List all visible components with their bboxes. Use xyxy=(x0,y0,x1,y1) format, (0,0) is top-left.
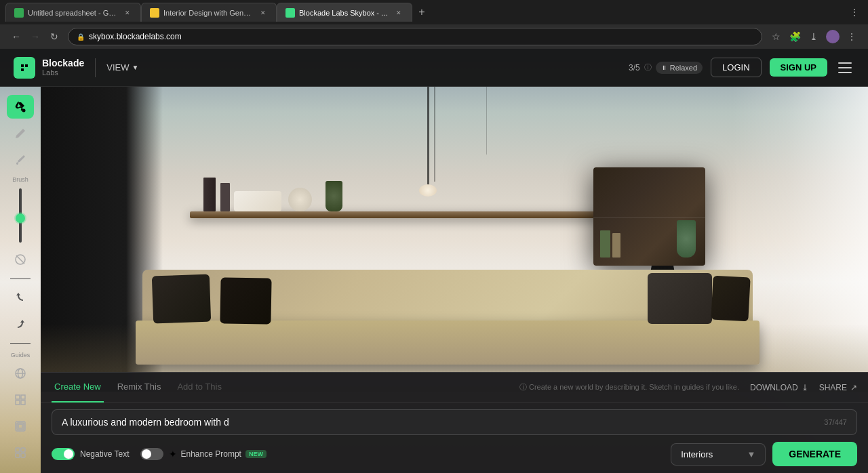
share-button[interactable]: SHARE ↗ xyxy=(819,383,857,392)
tab-hint-text: ⓘ Create a new world by describing it. S… xyxy=(519,382,739,392)
svg-rect-12 xyxy=(16,400,20,405)
tab-close-2[interactable]: ✕ xyxy=(258,8,268,18)
prompt-input-row: 37/447 xyxy=(52,409,857,435)
svg-rect-10 xyxy=(16,395,20,399)
bottom-panel: Create New Remix This Add to This ⓘ Crea… xyxy=(41,372,868,473)
guides-label: Guides xyxy=(11,352,31,358)
svg-rect-1 xyxy=(838,62,852,64)
sparkle-icon: ✦ xyxy=(169,449,177,459)
address-bar: ← → ↻ 🔒 skybox.blockadelabs.com ☆ 🧩 ⤓ ⋮ xyxy=(0,24,868,49)
svg-rect-20 xyxy=(21,453,25,457)
tab-bar: Untitled spreadsheet - Goo... ✕ Interior… xyxy=(0,0,868,24)
bookmark-button[interactable]: ☆ xyxy=(768,28,784,45)
svg-rect-3 xyxy=(838,72,852,73)
more-button[interactable]: ⋮ xyxy=(844,28,860,45)
logo-area: Blockade Labs xyxy=(14,57,84,79)
globe-tool-button[interactable] xyxy=(7,361,34,385)
signup-button[interactable]: SIGN UP xyxy=(770,58,827,77)
header-right: 3/5 ⓘ ⏸ Relaxed LOGIN SIGN UP xyxy=(629,58,854,77)
left-toolbar: Brush Guid xyxy=(0,87,41,473)
pause-icon: ⏸ xyxy=(661,64,667,71)
svg-rect-2 xyxy=(838,67,852,68)
login-button[interactable]: LOGIN xyxy=(711,58,761,77)
brush-label: Brush xyxy=(12,176,28,183)
negative-text-toggle-group: Negative Text xyxy=(52,448,130,460)
tab-close-3[interactable]: ✕ xyxy=(394,8,403,18)
settings-tool-button[interactable] xyxy=(7,441,34,465)
enhance-prompt-label: Enhance Prompt xyxy=(181,449,241,459)
negative-text-label: Negative Text xyxy=(80,449,130,459)
prompt-input[interactable] xyxy=(62,417,824,428)
negative-text-toggle[interactable] xyxy=(52,448,75,460)
logo-icon xyxy=(14,57,35,79)
bottom-tabs-bar: Create New Remix This Add to This ⓘ Crea… xyxy=(41,373,868,403)
svg-point-4 xyxy=(22,108,26,112)
right-controls: Interiors ▼ GENERATE xyxy=(671,442,857,466)
enhance-prompt-toggle[interactable] xyxy=(140,448,163,460)
hamburger-menu-button[interactable] xyxy=(835,60,854,76)
back-button[interactable]: ← xyxy=(8,28,24,45)
view-button[interactable]: VIEW ▼ xyxy=(106,62,138,73)
logo-text-line2: Labs xyxy=(42,68,84,77)
chevron-down-icon: ▼ xyxy=(132,64,138,71)
svg-rect-11 xyxy=(21,395,25,399)
char-count: 37/447 xyxy=(824,418,847,426)
grid-tool-button[interactable] xyxy=(7,388,34,411)
tab-interior-design[interactable]: Interior Design with Generati... ✕ xyxy=(141,3,277,22)
tab-remix-this[interactable]: Remix This xyxy=(115,373,164,403)
browser-menu-button[interactable]: ⋮ xyxy=(846,4,863,20)
svg-rect-0 xyxy=(18,61,31,75)
tab-add-to-this: Add to This xyxy=(174,373,224,403)
generate-button[interactable]: GENERATE xyxy=(772,442,857,466)
tab-spreadsheet[interactable]: Untitled spreadsheet - Goo... ✕ xyxy=(5,3,141,22)
layers-tool-button[interactable] xyxy=(7,415,34,438)
undo-button[interactable] xyxy=(7,286,34,310)
forward-button[interactable]: → xyxy=(27,28,43,45)
pencil-tool-button[interactable] xyxy=(7,121,34,145)
brush-size-slider[interactable] xyxy=(19,188,22,243)
download-icon: ⤓ xyxy=(802,383,808,392)
svg-rect-13 xyxy=(21,400,25,405)
erase-tool-button[interactable] xyxy=(7,248,34,272)
new-tab-button[interactable]: + xyxy=(412,3,431,22)
style-selector[interactable]: Interiors ▼ xyxy=(671,443,766,466)
logo-text-line1: Blockade xyxy=(42,58,84,68)
chevron-down-style-icon: ▼ xyxy=(747,449,755,459)
tab-close-1[interactable]: ✕ xyxy=(123,8,132,18)
tab-actions-area: DOWNLOAD ⤓ SHARE ↗ xyxy=(750,383,857,392)
app-container: Blockade Labs VIEW ▼ 3/5 ⓘ ⏸ Relaxed LOG… xyxy=(0,49,868,473)
usage-display: 3/5 ⓘ ⏸ Relaxed xyxy=(629,62,703,74)
reload-button[interactable]: ↻ xyxy=(46,28,62,45)
enhance-prompt-area: ✦ Enhance Prompt NEW xyxy=(169,449,267,459)
profile-button[interactable] xyxy=(825,28,841,45)
app-header: Blockade Labs VIEW ▼ 3/5 ⓘ ⏸ Relaxed LOG… xyxy=(0,49,868,87)
redo-button[interactable] xyxy=(7,312,34,336)
toolbar-separator-2 xyxy=(10,343,31,344)
tab-create-new[interactable]: Create New xyxy=(52,373,104,403)
browser-chrome: Untitled spreadsheet - Goo... ✕ Interior… xyxy=(0,0,868,49)
svg-line-6 xyxy=(16,255,24,264)
svg-rect-19 xyxy=(21,448,25,452)
toolbar-separator-1 xyxy=(10,279,31,279)
svg-rect-17 xyxy=(16,448,20,452)
enhance-prompt-group: ✦ Enhance Prompt NEW xyxy=(140,448,267,460)
extension-button[interactable]: 🧩 xyxy=(787,28,803,45)
share-icon: ↗ xyxy=(850,383,857,392)
brush-tool-button[interactable] xyxy=(7,148,34,171)
lock-icon: 🔒 xyxy=(77,33,85,41)
header-divider xyxy=(95,58,96,77)
download-button[interactable]: DOWNLOAD ⤓ xyxy=(750,383,808,392)
relaxed-mode-badge: ⏸ Relaxed xyxy=(656,62,703,74)
svg-rect-18 xyxy=(16,453,20,457)
bottom-controls-row: Negative Text ✦ Enhance Prompt NEW Inter… xyxy=(52,442,857,466)
download-browser-button[interactable]: ⤓ xyxy=(806,28,822,45)
svg-rect-16 xyxy=(18,424,22,428)
paint-tool-button[interactable] xyxy=(7,95,34,119)
new-badge: NEW xyxy=(245,450,267,458)
style-value: Interiors xyxy=(681,449,713,459)
bottom-input-area: 37/447 Negative Text ✦ Enhance Prompt NE… xyxy=(41,403,868,473)
tab-blockade-labs[interactable]: Blockade Labs Skybox - AI-G... ✕ xyxy=(277,3,412,22)
url-field[interactable]: 🔒 skybox.blockadelabs.com xyxy=(68,28,762,45)
info-icon: ⓘ xyxy=(644,62,652,73)
